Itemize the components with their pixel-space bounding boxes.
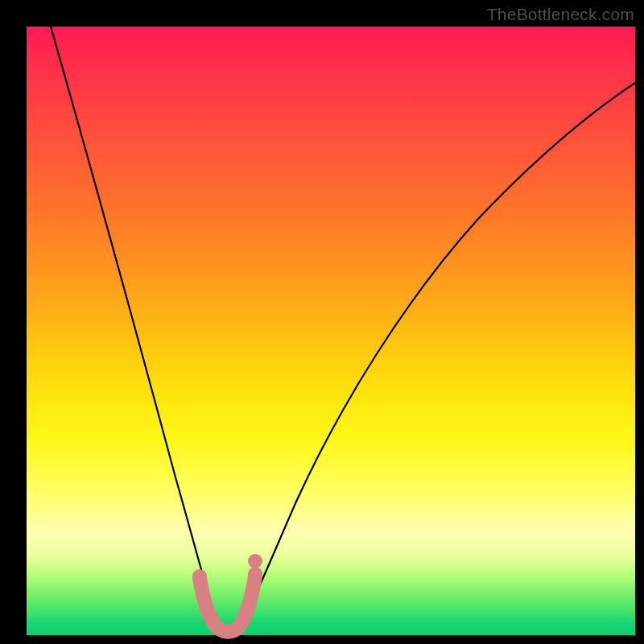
chart-stage: TheBottleneck.com <box>0 0 644 644</box>
highlight-dot <box>248 567 262 581</box>
watermark-text: TheBottleneck.com <box>487 5 634 24</box>
bottleneck-curve <box>51 27 635 632</box>
highlight-dot <box>248 554 262 568</box>
highlight-marker <box>200 576 255 632</box>
plot-area <box>27 27 635 635</box>
highlight-dot <box>192 569 207 584</box>
curve-svg <box>27 27 635 635</box>
